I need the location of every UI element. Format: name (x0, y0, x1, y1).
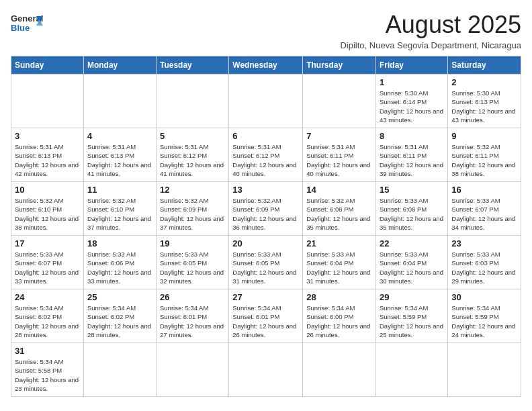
day-info: Sunrise: 5:31 AMSunset: 6:11 PMDaylight:… (306, 142, 372, 178)
day-info: Sunrise: 5:33 AMSunset: 6:04 PMDaylight:… (306, 250, 372, 285)
calendar-cell: 9Sunrise: 5:32 AMSunset: 6:11 PMDaylight… (448, 128, 521, 182)
calendar-cell: 12Sunrise: 5:32 AMSunset: 6:09 PMDayligh… (156, 182, 228, 236)
calendar-cell: 25Sunrise: 5:34 AMSunset: 6:02 PMDayligh… (83, 289, 156, 343)
calendar-cell: 26Sunrise: 5:34 AMSunset: 6:01 PMDayligh… (156, 289, 228, 343)
calendar-cell (156, 343, 228, 397)
calendar-cell: 8Sunrise: 5:31 AMSunset: 6:11 PMDaylight… (376, 128, 448, 182)
day-info: Sunrise: 5:31 AMSunset: 6:12 PMDaylight:… (160, 142, 225, 178)
calendar-cell: 18Sunrise: 5:33 AMSunset: 6:06 PMDayligh… (83, 236, 156, 289)
calendar-cell (448, 343, 521, 397)
calendar-cell: 16Sunrise: 5:33 AMSunset: 6:07 PMDayligh… (448, 182, 521, 236)
weekday-header-row: SundayMondayTuesdayWednesdayThursdayFrid… (11, 56, 521, 75)
day-number: 7 (306, 131, 372, 141)
day-number: 28 (306, 292, 372, 302)
weekday-header-friday: Friday (376, 56, 448, 75)
calendar-cell (11, 75, 84, 128)
calendar-cell (303, 343, 376, 397)
calendar-cell: 27Sunrise: 5:34 AMSunset: 6:01 PMDayligh… (229, 289, 303, 343)
title-area: August 2025 Dipilto, Nueva Segovia Depar… (340, 11, 521, 50)
day-info: Sunrise: 5:34 AMSunset: 6:00 PMDaylight:… (306, 304, 372, 339)
calendar-week-2: 10Sunrise: 5:32 AMSunset: 6:10 PMDayligh… (11, 182, 521, 236)
day-number: 24 (15, 292, 80, 302)
calendar-week-4: 24Sunrise: 5:34 AMSunset: 6:02 PMDayligh… (11, 289, 521, 343)
day-info: Sunrise: 5:33 AMSunset: 6:05 PMDaylight:… (160, 250, 225, 285)
day-number: 29 (380, 292, 444, 302)
weekday-header-saturday: Saturday (448, 56, 521, 75)
day-number: 18 (87, 238, 152, 248)
day-info: Sunrise: 5:30 AMSunset: 6:13 PMDaylight:… (451, 89, 517, 124)
calendar-cell: 4Sunrise: 5:31 AMSunset: 6:13 PMDaylight… (83, 128, 156, 182)
calendar-cell: 7Sunrise: 5:31 AMSunset: 6:11 PMDaylight… (303, 128, 376, 182)
calendar-cell: 20Sunrise: 5:33 AMSunset: 6:05 PMDayligh… (229, 236, 303, 289)
day-number: 16 (451, 185, 517, 195)
calendar-cell: 5Sunrise: 5:31 AMSunset: 6:12 PMDaylight… (156, 128, 228, 182)
day-number: 17 (15, 238, 80, 248)
day-info: Sunrise: 5:33 AMSunset: 6:04 PMDaylight:… (380, 250, 444, 285)
day-number: 19 (160, 238, 225, 248)
calendar-cell: 23Sunrise: 5:33 AMSunset: 6:03 PMDayligh… (448, 236, 521, 289)
calendar-cell: 29Sunrise: 5:34 AMSunset: 5:59 PMDayligh… (376, 289, 448, 343)
weekday-header-sunday: Sunday (11, 56, 84, 75)
day-info: Sunrise: 5:31 AMSunset: 6:13 PMDaylight:… (15, 142, 80, 178)
day-number: 26 (160, 292, 225, 302)
logo-icon: General Blue (11, 11, 43, 35)
calendar-cell (156, 75, 228, 128)
day-info: Sunrise: 5:34 AMSunset: 5:59 PMDaylight:… (380, 304, 444, 339)
day-info: Sunrise: 5:30 AMSunset: 6:14 PMDaylight:… (380, 89, 444, 124)
day-info: Sunrise: 5:33 AMSunset: 6:05 PMDaylight:… (232, 250, 299, 285)
calendar-cell: 30Sunrise: 5:34 AMSunset: 5:59 PMDayligh… (448, 289, 521, 343)
day-number: 21 (306, 238, 372, 248)
logo-area: General Blue (11, 11, 43, 35)
calendar-cell (83, 75, 156, 128)
day-number: 3 (15, 131, 80, 141)
day-number: 8 (380, 131, 444, 141)
calendar-cell: 2Sunrise: 5:30 AMSunset: 6:13 PMDaylight… (448, 75, 521, 128)
day-info: Sunrise: 5:33 AMSunset: 6:03 PMDaylight:… (451, 250, 517, 285)
day-info: Sunrise: 5:32 AMSunset: 6:11 PMDaylight:… (451, 142, 517, 178)
weekday-header-wednesday: Wednesday (229, 56, 303, 75)
day-info: Sunrise: 5:32 AMSunset: 6:10 PMDaylight:… (15, 196, 80, 232)
day-info: Sunrise: 5:34 AMSunset: 6:02 PMDaylight:… (15, 304, 80, 339)
calendar-cell (376, 343, 448, 397)
calendar-cell: 3Sunrise: 5:31 AMSunset: 6:13 PMDaylight… (11, 128, 84, 182)
day-number: 25 (87, 292, 152, 302)
day-info: Sunrise: 5:32 AMSunset: 6:09 PMDaylight:… (232, 196, 299, 232)
calendar-cell: 10Sunrise: 5:32 AMSunset: 6:10 PMDayligh… (11, 182, 84, 236)
day-number: 12 (160, 185, 225, 195)
day-info: Sunrise: 5:34 AMSunset: 5:58 PMDaylight:… (15, 357, 80, 393)
calendar-table: SundayMondayTuesdayWednesdayThursdayFrid… (11, 56, 521, 397)
calendar-cell (229, 75, 303, 128)
calendar-cell: 24Sunrise: 5:34 AMSunset: 6:02 PMDayligh… (11, 289, 84, 343)
day-info: Sunrise: 5:34 AMSunset: 5:59 PMDaylight:… (451, 304, 517, 339)
day-number: 31 (15, 346, 80, 356)
day-number: 27 (232, 292, 299, 302)
day-info: Sunrise: 5:33 AMSunset: 6:06 PMDaylight:… (87, 250, 152, 285)
day-number: 13 (232, 185, 299, 195)
calendar-cell: 22Sunrise: 5:33 AMSunset: 6:04 PMDayligh… (376, 236, 448, 289)
page-container: General Blue August 2025 Dipilto, Nueva … (11, 11, 521, 397)
day-number: 9 (451, 131, 517, 141)
day-number: 5 (160, 131, 225, 141)
day-info: Sunrise: 5:31 AMSunset: 6:13 PMDaylight:… (87, 142, 152, 178)
day-number: 15 (380, 185, 444, 195)
weekday-header-tuesday: Tuesday (156, 56, 228, 75)
calendar-cell: 6Sunrise: 5:31 AMSunset: 6:12 PMDaylight… (229, 128, 303, 182)
day-number: 1 (380, 77, 444, 87)
day-info: Sunrise: 5:33 AMSunset: 6:07 PMDaylight:… (15, 250, 80, 285)
day-number: 30 (451, 292, 517, 302)
day-number: 2 (451, 77, 517, 87)
day-number: 6 (232, 131, 299, 141)
calendar-week-5: 31Sunrise: 5:34 AMSunset: 5:58 PMDayligh… (11, 343, 521, 397)
calendar-cell: 11Sunrise: 5:32 AMSunset: 6:10 PMDayligh… (83, 182, 156, 236)
day-info: Sunrise: 5:33 AMSunset: 6:08 PMDaylight:… (380, 196, 444, 232)
day-number: 20 (232, 238, 299, 248)
day-info: Sunrise: 5:33 AMSunset: 6:07 PMDaylight:… (451, 196, 517, 232)
day-info: Sunrise: 5:34 AMSunset: 6:01 PMDaylight:… (160, 304, 225, 339)
day-info: Sunrise: 5:32 AMSunset: 6:09 PMDaylight:… (160, 196, 225, 232)
calendar-cell: 28Sunrise: 5:34 AMSunset: 6:00 PMDayligh… (303, 289, 376, 343)
calendar-cell: 1Sunrise: 5:30 AMSunset: 6:14 PMDaylight… (376, 75, 448, 128)
day-number: 14 (306, 185, 372, 195)
calendar-week-1: 3Sunrise: 5:31 AMSunset: 6:13 PMDaylight… (11, 128, 521, 182)
day-info: Sunrise: 5:34 AMSunset: 6:02 PMDaylight:… (87, 304, 152, 339)
day-info: Sunrise: 5:34 AMSunset: 6:01 PMDaylight:… (232, 304, 299, 339)
